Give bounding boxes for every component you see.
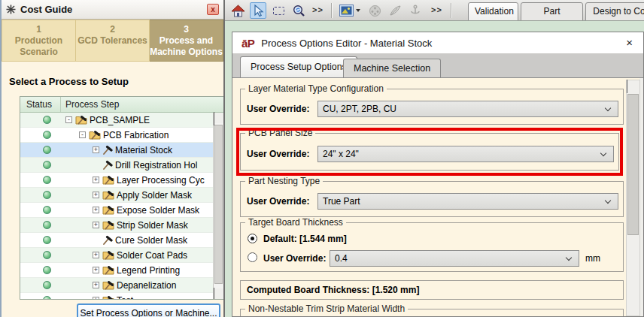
process-step-label: Apply Solder Mask xyxy=(117,190,192,201)
status-cell xyxy=(20,293,61,300)
column-header-status: Status xyxy=(20,97,61,112)
expander-icon[interactable]: + xyxy=(93,177,99,183)
cost-guide-panel: Cost Guide x 1 Production Scenario 2 GCD… xyxy=(0,0,223,317)
pcb-panel-size-group: PCB Panel Size User Override: 24" x 24" xyxy=(240,133,619,171)
table-row[interactable]: + Legend Printing xyxy=(20,263,214,278)
pcb-panel-size-dropdown[interactable]: 24" x 24" xyxy=(317,146,614,162)
scroll-up-button[interactable] xyxy=(214,113,223,123)
app-window: >> >> Validation Part Summary Design to … xyxy=(0,0,644,317)
toolbar-overflow-button[interactable]: >> xyxy=(312,5,324,14)
tab-design-to-cost[interactable]: Design to Co xyxy=(585,2,644,21)
table-row[interactable]: - PCB Fabrication xyxy=(20,128,214,143)
tree-scrollbar[interactable] xyxy=(213,113,223,300)
tab-validation[interactable]: Validation xyxy=(468,2,518,21)
default-radio[interactable] xyxy=(248,234,257,243)
table-row[interactable]: + Expose Solder Mask xyxy=(20,203,214,218)
status-ok-icon xyxy=(43,161,51,169)
table-row[interactable]: - PCB_SAMPLE xyxy=(20,113,214,128)
wizard-steps: 1 Production Scenario 2 GCD Tolerances 3… xyxy=(2,20,223,62)
expander-icon[interactable]: + xyxy=(93,146,99,153)
status-ok-icon xyxy=(43,146,51,154)
chevron-down-icon xyxy=(566,255,572,261)
table-row[interactable]: + Layer Processing Cyc xyxy=(20,173,214,188)
scroll-up-button[interactable] xyxy=(627,80,639,92)
table-row-selected[interactable]: + Material Stock xyxy=(20,143,214,158)
feather-tool-button[interactable] xyxy=(387,2,403,19)
dialog-titlebar: āP Process Options Editor - Material Sto… xyxy=(232,32,643,53)
tab-process-setup-options[interactable]: Process Setup Options xyxy=(240,56,357,77)
tab-part-summary[interactable]: Part Summary xyxy=(521,2,583,21)
process-step-icon xyxy=(102,145,113,155)
table-row[interactable]: + Depanelization xyxy=(20,278,214,293)
unit-label: mm xyxy=(585,250,600,267)
user-override-label: User Override: xyxy=(247,146,309,162)
step-number: 2 xyxy=(76,24,149,35)
anchor-tool-button[interactable] xyxy=(407,2,424,19)
status-cell xyxy=(20,233,61,247)
toolbar-overflow-button-2[interactable]: >> xyxy=(431,5,442,14)
dropdown-caret-icon xyxy=(356,9,360,12)
chevron-down-icon xyxy=(605,198,611,204)
scrollbar-thumb[interactable] xyxy=(214,125,223,284)
computed-board-thickness-box: Computed Board Thickness: [1.520 mm] xyxy=(240,280,624,300)
scroll-down-button[interactable] xyxy=(214,288,223,299)
table-row[interactable]: + Test xyxy=(20,293,214,300)
status-ok-icon xyxy=(43,221,51,229)
process-group-icon xyxy=(102,250,114,260)
select-cursor-button[interactable] xyxy=(250,2,266,19)
chevron-up-icon xyxy=(214,112,214,125)
expander-icon[interactable]: + xyxy=(93,297,99,300)
part-nesting-dropdown[interactable]: True Part xyxy=(317,193,618,210)
expander-icon[interactable]: + xyxy=(93,252,99,258)
cursor-icon xyxy=(252,5,264,17)
expander-icon[interactable]: - xyxy=(65,116,72,123)
step-tab-process-machine-options[interactable]: 3 Process and Machine Options xyxy=(150,20,223,62)
table-row[interactable]: + Solder Coat Pads xyxy=(20,248,214,263)
panel-divider[interactable] xyxy=(223,0,225,317)
home-button[interactable] xyxy=(229,2,246,19)
status-ok-icon xyxy=(43,131,51,139)
panel-title: Cost Guide xyxy=(20,4,72,15)
tab-machine-selection[interactable]: Machine Selection xyxy=(343,59,441,77)
expander-icon[interactable]: + xyxy=(93,267,99,273)
process-step-label: Solder Coat Pads xyxy=(117,250,187,261)
process-group-icon xyxy=(102,280,114,290)
table-row[interactable]: + Apply Solder Mask xyxy=(20,188,214,203)
dialog-close-button[interactable]: × xyxy=(626,36,633,49)
panel-close-button[interactable]: x xyxy=(207,4,219,15)
status-cell xyxy=(20,128,61,142)
status-ok-icon xyxy=(43,116,51,124)
table-row[interactable]: + Strip Solder Mask xyxy=(20,218,214,233)
marquee-icon xyxy=(273,7,284,15)
sphere-tool-button[interactable] xyxy=(366,2,383,19)
marquee-select-button[interactable] xyxy=(270,2,287,19)
expander-icon[interactable]: + xyxy=(93,207,99,213)
scrollbar-thumb[interactable] xyxy=(627,94,639,235)
zoom-button[interactable] xyxy=(290,2,307,19)
status-cell xyxy=(20,143,61,157)
thickness-override-dropdown[interactable]: 0.4 xyxy=(330,250,579,267)
image-capture-button[interactable] xyxy=(339,2,361,19)
step-tab-production-scenario[interactable]: 1 Production Scenario xyxy=(2,20,76,62)
status-ok-icon xyxy=(43,176,51,184)
process-step-label: Strip Solder Mask xyxy=(117,220,188,231)
expander-icon[interactable]: - xyxy=(79,131,86,138)
status-cell xyxy=(20,173,61,187)
expander-icon[interactable]: + xyxy=(93,192,99,198)
status-ok-icon xyxy=(43,296,51,300)
dialog-scrollbar[interactable] xyxy=(626,80,640,316)
table-row[interactable]: Drill Registration Hol xyxy=(20,158,214,173)
table-row[interactable]: Cure Solder Mask xyxy=(20,233,214,248)
tree-heading: Select a Process to Setup xyxy=(9,76,129,87)
process-step-label: Drill Registration Hol xyxy=(115,160,197,171)
step-tab-gcd-tolerances[interactable]: 2 GCD Tolerances xyxy=(76,20,150,62)
user-override-radio[interactable] xyxy=(248,252,257,262)
set-process-options-button[interactable]: Set Process Options or Machine... xyxy=(77,303,220,317)
expander-icon[interactable]: + xyxy=(93,282,99,288)
status-cell xyxy=(20,188,61,202)
status-cell xyxy=(20,278,61,292)
layer-material-dropdown[interactable]: CU, 2PT, 2PB, CU xyxy=(317,101,618,117)
computed-board-thickness-text: Computed Board Thickness: [1.520 mm] xyxy=(247,285,419,295)
user-override-label: User Override: xyxy=(247,101,309,117)
expander-icon[interactable]: + xyxy=(93,222,99,228)
